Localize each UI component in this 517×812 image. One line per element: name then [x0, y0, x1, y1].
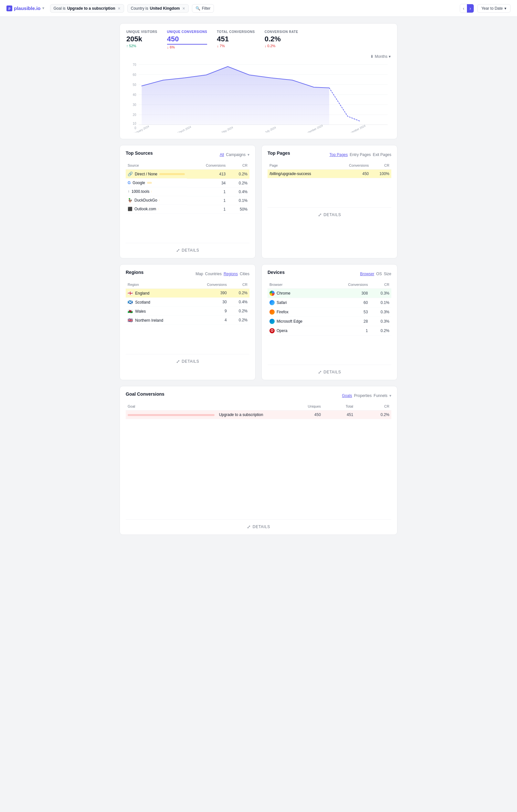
regions-details[interactable]: ⤢ DETAILS	[126, 354, 250, 364]
nav-prev-button[interactable]: ‹	[460, 4, 467, 12]
regions-header: Regions Map Countries Regions Cities	[126, 270, 250, 278]
chart-area: 70 60 50 40 30 20 10 0	[126, 61, 391, 133]
top-sources-tabs: All Campaigns ▾	[220, 152, 250, 157]
source-cr-cell: 0.4%	[228, 187, 250, 196]
source-cr-cell: 50%	[228, 205, 250, 213]
table-row[interactable]: ↑ 1000.tools 1 0.4%	[126, 187, 250, 196]
goal-filter-prefix: Goal is	[54, 6, 65, 11]
table-row[interactable]: Upgrade to a subscription 450 451 0.2%	[126, 410, 391, 419]
table-row[interactable]: 🏴󠁧󠁢󠁥󠁮󠁧󠁿 England 390 0.2%	[126, 288, 250, 297]
table-row[interactable]: Safari 60 0.1%	[267, 298, 391, 308]
nav-next-button[interactable]: ›	[467, 4, 474, 12]
page-cr-cell: 100%	[371, 170, 391, 178]
filter-label: Filter	[202, 6, 211, 11]
table-row[interactable]: 🏴󠁧󠁢󠁳󠁣󠁴󠁿 Scotland 30 0.4%	[126, 297, 250, 307]
goal-filter-value: Upgrade to a subscription	[67, 6, 115, 11]
tab-properties[interactable]: Properties	[354, 394, 372, 398]
date-range-button[interactable]: Year to Date ▾	[477, 4, 511, 12]
months-button[interactable]: ⬇ Months ▾	[370, 54, 391, 59]
conversion-rate-change: ↓ 0.2%	[265, 44, 298, 48]
source-cr-cell: 0.2%	[228, 170, 250, 179]
browser-conversions-cell: 53	[330, 308, 370, 317]
goal-filter-close-icon[interactable]: ×	[118, 6, 120, 11]
top-sources-details[interactable]: ⤢ DETAILS	[126, 243, 250, 253]
table-row[interactable]: /billing/upgrade-success 450 100%	[267, 170, 391, 178]
col-browser: Browser	[267, 281, 330, 289]
metric-unique-visitors[interactable]: UNIQUE VISITORS 205k ↑ 52%	[126, 30, 157, 49]
expand-icon: ⤢	[176, 248, 180, 253]
source-name-cell: ↑ 1000.tools	[126, 187, 187, 196]
devices-title: Devices	[267, 270, 285, 275]
table-row[interactable]: Chrome 308 0.3%	[267, 288, 391, 298]
svg-text:60: 60	[133, 73, 136, 77]
table-row[interactable]: 🏴󠁧󠁢󠁷󠁬󠁳󠁿 Wales 9 0.2%	[126, 307, 250, 316]
svg-text:70: 70	[133, 63, 136, 66]
goal-conversions-title: Goal Conversions	[126, 392, 165, 397]
date-range-label: Year to Date	[482, 6, 503, 11]
details-label-goal: DETAILS	[253, 525, 270, 529]
col-conversions-src: Conversions	[187, 162, 228, 170]
tab-top-pages[interactable]: Top Pages	[329, 152, 348, 157]
svg-text:30: 30	[133, 103, 136, 107]
tab-all[interactable]: All	[220, 152, 224, 157]
metric-conversion-rate[interactable]: CONVERSION RATE 0.2% ↓ 0.2%	[265, 30, 298, 49]
table-row[interactable]: O Opera 1 0.2%	[267, 326, 391, 336]
country-filter-close-icon[interactable]: ×	[182, 6, 185, 11]
devices-table: Browser Conversions CR Chrome 308 0.3% S…	[267, 281, 391, 336]
browser-cr-cell: 0.2%	[370, 326, 391, 336]
tab-campaigns[interactable]: Campaigns	[226, 152, 246, 157]
source-cr-cell: 0.2%	[228, 179, 250, 187]
top-pages-table: Page Conversions CR /billing/upgrade-suc…	[267, 162, 391, 178]
source-conversions-cell: 1	[187, 187, 228, 196]
top-pages-details[interactable]: ⤢ DETAILS	[267, 207, 391, 218]
col-conversions-pg: Conversions	[336, 162, 371, 170]
country-filter-prefix: Country is	[131, 6, 148, 11]
funnels-chevron-icon: ▾	[390, 394, 391, 398]
conversion-rate-label: CONVERSION RATE	[265, 30, 298, 34]
conversion-rate-value: 0.2%	[265, 35, 298, 43]
tab-regions[interactable]: Regions	[224, 272, 238, 276]
region-name-cell: 🏴󠁧󠁢󠁥󠁮󠁧󠁿 England	[126, 288, 190, 297]
table-row[interactable]: 🦆 DuckDuckGo 1 0.1%	[126, 196, 250, 205]
table-row[interactable]: Microsoft Edge 28 0.3%	[267, 317, 391, 326]
tab-funnels[interactable]: Funnels	[374, 394, 387, 398]
devices-details[interactable]: ⤢ DETAILS	[267, 365, 391, 375]
table-row[interactable]: Firefox 53 0.3%	[267, 308, 391, 317]
filter-button[interactable]: 🔍 Filter	[192, 4, 214, 12]
region-name-cell: 🇬🇧 Northern Ireland	[126, 316, 190, 325]
two-col-sources-pages: Top Sources All Campaigns ▾ Source Conve…	[120, 145, 397, 258]
table-row[interactable]: G Google 34 0.2%	[126, 179, 250, 187]
tab-os[interactable]: OS	[376, 272, 382, 276]
logo-chevron-icon: ▾	[42, 6, 44, 10]
tab-exit-pages[interactable]: Exit Pages	[373, 152, 391, 157]
table-row[interactable]: ⬛ Outlook.com 1 50%	[126, 205, 250, 213]
page-conversions-cell: 450	[336, 170, 371, 178]
metric-total-conversions[interactable]: TOTAL CONVERSIONS 451 ↓ 7%	[217, 30, 255, 49]
col-conversions-reg: Conversions	[190, 281, 228, 289]
logo[interactable]: p plausible.io ▾	[6, 5, 44, 11]
devices-header: Devices Browser OS Size	[267, 270, 391, 278]
metric-unique-conversions[interactable]: UNIQUE CONVERSIONS 450 ↓ 6%	[167, 30, 207, 49]
browser-conversions-cell: 28	[330, 317, 370, 326]
table-row[interactable]: 🔗 Direct / None 413 0.2%	[126, 170, 250, 179]
tab-map[interactable]: Map	[196, 272, 203, 276]
col-page: Page	[267, 162, 336, 170]
browser-name-cell: Chrome	[267, 289, 330, 298]
goal-conversions-details[interactable]: ⤢ DETAILS	[126, 519, 391, 529]
expand-icon-devices: ⤢	[318, 370, 322, 375]
col-uniques: Uniques	[275, 403, 323, 410]
tab-goals[interactable]: Goals	[342, 394, 352, 398]
details-label-devices: DETAILS	[323, 370, 341, 374]
unique-conversions-change: ↓ 6%	[167, 45, 207, 49]
browser-name-cell: Safari	[267, 298, 330, 308]
tab-size[interactable]: Size	[384, 272, 391, 276]
table-row[interactable]: 🇬🇧 Northern Ireland 4 0.2%	[126, 316, 250, 325]
goal-filter-chip[interactable]: Goal is Upgrade to a subscription ×	[50, 4, 124, 12]
tab-entry-pages[interactable]: Entry Pages	[350, 152, 371, 157]
tab-cities[interactable]: Cities	[240, 272, 250, 276]
tab-countries[interactable]: Countries	[205, 272, 222, 276]
country-filter-chip[interactable]: Country is United Kingdom ×	[127, 4, 189, 12]
browser-cr-cell: 0.3%	[370, 288, 391, 298]
tab-browser[interactable]: Browser	[360, 272, 374, 276]
expand-icon-regions: ⤢	[176, 359, 180, 364]
